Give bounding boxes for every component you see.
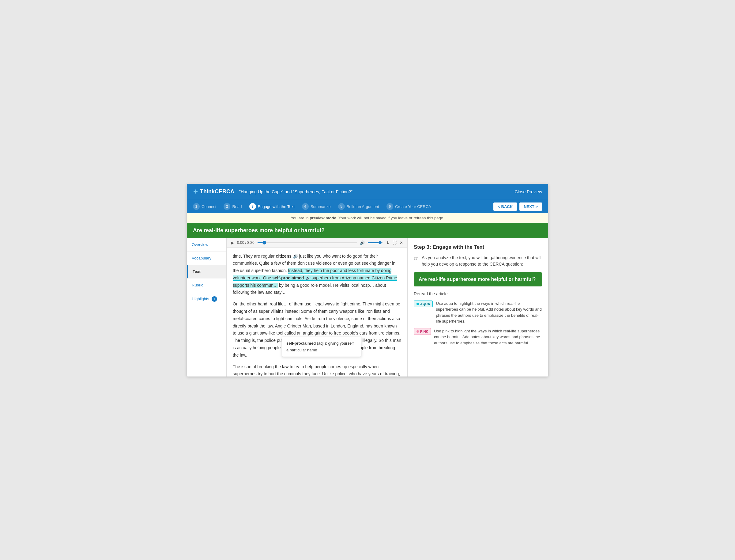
highlights-badge: 1 bbox=[212, 296, 217, 302]
cerca-question-box: Are real-life superheroes more helpful o… bbox=[414, 272, 542, 286]
volume-fill bbox=[368, 242, 378, 243]
nav-step-connect[interactable]: 1 Connect bbox=[193, 203, 216, 210]
sidebar-item-vocabulary[interactable]: Vocabulary bbox=[187, 252, 226, 265]
audio-close-icon[interactable]: ✕ bbox=[400, 240, 403, 245]
word-citizens: citizens bbox=[276, 254, 292, 259]
color-badge-aqua: AQUA bbox=[414, 301, 433, 308]
close-preview-button[interactable]: Close Preview bbox=[515, 189, 542, 194]
next-button[interactable]: NEXT > bbox=[519, 202, 542, 211]
highlight-instruction-pink: PINK Use pink to highlight the ways in w… bbox=[414, 328, 542, 346]
paragraph-1: time. They are regular citizens 🔊 just l… bbox=[233, 253, 401, 297]
sidebar-label-highlights: Highlights bbox=[192, 297, 209, 301]
sidebar-item-text[interactable]: Text bbox=[187, 265, 226, 278]
sidebar-label-vocabulary: Vocabulary bbox=[192, 256, 211, 260]
download-icon[interactable]: ⬇ bbox=[386, 240, 389, 245]
step-number-6: 6 bbox=[386, 203, 393, 210]
highlight-pink-text: Use pink to highlight the ways in which … bbox=[434, 328, 542, 346]
fullscreen-icon[interactable]: ⛶ bbox=[392, 240, 396, 245]
sidebar-label-overview: Overview bbox=[192, 242, 208, 247]
preview-bold: preview mode. bbox=[310, 216, 337, 220]
logo: ✦ ThinkCERCA bbox=[193, 188, 234, 195]
header-title: "Hanging Up the Cape" and "Superheroes, … bbox=[239, 189, 353, 194]
nav-step-label-2: Read bbox=[232, 204, 242, 209]
volume-dot bbox=[378, 241, 381, 244]
left-sidebar: Overview Vocabulary Text Rubric Highligh… bbox=[187, 238, 227, 376]
reread-text: Reread the article. bbox=[414, 291, 542, 296]
play-button[interactable]: ▶ bbox=[231, 240, 234, 245]
nav-step-label-1: Connect bbox=[202, 204, 216, 209]
preview-prefix: You are in bbox=[291, 216, 309, 220]
volume-bar[interactable] bbox=[368, 242, 383, 243]
time-display: 0:00 / 8:20 bbox=[237, 240, 255, 245]
progress-fill bbox=[258, 242, 263, 243]
highlight-aqua-text: Use aqua to highlight the ways in which … bbox=[436, 301, 542, 324]
nav-step-cerca[interactable]: 6 Create Your CERCA bbox=[386, 203, 431, 210]
preview-banner: You are in preview mode. Your work will … bbox=[187, 213, 548, 223]
text-area: ▶ 0:00 / 8:20 🔊 ⬇ ⛶ ✕ bbox=[227, 238, 407, 376]
main-content: Are real-life superheroes more helpful o… bbox=[187, 223, 548, 376]
question-header: Are real-life superheroes more helpful o… bbox=[187, 223, 548, 238]
volume-icon[interactable]: 🔊 bbox=[360, 240, 365, 245]
highlight-instruction-aqua: AQUA Use aqua to highlight the ways in w… bbox=[414, 301, 542, 324]
step-number-5: 5 bbox=[338, 203, 345, 210]
dot-pink bbox=[416, 330, 419, 333]
sidebar-item-highlights[interactable]: Highlights 1 bbox=[187, 292, 226, 306]
progress-dot bbox=[263, 241, 266, 244]
sidebar-item-overview[interactable]: Overview bbox=[187, 238, 226, 252]
color-badge-pink: PINK bbox=[414, 328, 431, 335]
nav-step-build[interactable]: 5 Build an Argument bbox=[338, 203, 379, 210]
instruction-box: ☞ As you analyze the text, you will be g… bbox=[414, 255, 542, 267]
nav-step-label-5: Build an Argument bbox=[347, 204, 379, 209]
right-panel: Step 3: Engage with the Text ☞ As you an… bbox=[407, 238, 548, 376]
step-number-3: 3 bbox=[249, 203, 256, 210]
nav-bar: 1 Connect 2 Read 3 Engage with the Text … bbox=[187, 200, 548, 213]
tooltip-popup: self-proclaimed (adj.): giving yourself … bbox=[282, 337, 362, 357]
audio-player: ▶ 0:00 / 8:20 🔊 ⬇ ⛶ ✕ bbox=[227, 238, 407, 248]
nav-step-summarize[interactable]: 4 Summarize bbox=[302, 203, 331, 210]
step-number-4: 4 bbox=[302, 203, 309, 210]
dot-aqua bbox=[416, 303, 419, 305]
step-number-1: 1 bbox=[193, 203, 200, 210]
step-title: Step 3: Engage with the Text bbox=[414, 244, 542, 250]
nav-step-label-6: Create Your CERCA bbox=[395, 204, 431, 209]
preview-suffix: Your work will not be saved if you leave… bbox=[339, 216, 444, 220]
nav-step-engage[interactable]: 3 Engage with the Text bbox=[249, 203, 295, 210]
header: ✦ ThinkCERCA "Hanging Up the Cape" and "… bbox=[187, 184, 548, 200]
logo-text: ThinkCERCA bbox=[200, 188, 234, 195]
sidebar-label-text: Text bbox=[193, 269, 201, 274]
paragraph-3: The issue of breaking the law to try to … bbox=[233, 363, 401, 376]
nav-step-label-3: Engage with the Text bbox=[258, 204, 295, 209]
nav-step-read[interactable]: 2 Read bbox=[224, 203, 242, 210]
highlight-aqua-1: Instead, they help the poor and less for… bbox=[233, 268, 397, 288]
app-container: ✦ ThinkCERCA "Hanging Up the Cape" and "… bbox=[187, 184, 548, 376]
back-button[interactable]: < BACK bbox=[493, 202, 517, 211]
content-area: Overview Vocabulary Text Rubric Highligh… bbox=[187, 238, 548, 376]
word-self-proclaimed: self-proclaimed bbox=[272, 275, 304, 280]
header-left: ✦ ThinkCERCA "Hanging Up the Cape" and "… bbox=[193, 188, 353, 195]
instruction-text: As you analyze the text, you will be gat… bbox=[422, 255, 542, 267]
logo-icon: ✦ bbox=[193, 188, 198, 195]
tooltip-word: self-proclaimed bbox=[286, 341, 316, 346]
hand-icon: ☞ bbox=[414, 255, 419, 267]
nav-steps: 1 Connect 2 Read 3 Engage with the Text … bbox=[193, 203, 431, 210]
text-content[interactable]: time. They are regular citizens 🔊 just l… bbox=[227, 248, 407, 376]
nav-buttons: < BACK NEXT > bbox=[493, 202, 542, 211]
progress-bar[interactable] bbox=[258, 242, 357, 243]
sidebar-label-rubric: Rubric bbox=[192, 283, 203, 287]
step-number-2: 2 bbox=[224, 203, 230, 210]
sidebar-item-rubric[interactable]: Rubric bbox=[187, 278, 226, 292]
nav-step-label-4: Summarize bbox=[311, 204, 331, 209]
